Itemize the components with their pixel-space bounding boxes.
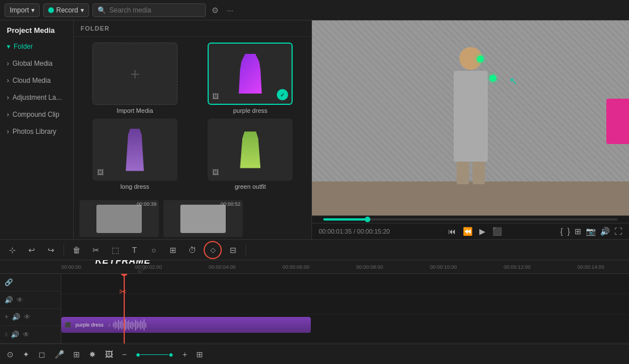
clip-label: purple dress bbox=[75, 322, 104, 328]
time-display: 00:00:01:35 / 00:00:15:20 bbox=[319, 228, 390, 235]
import-button[interactable]: Import ▾ bbox=[5, 3, 40, 17]
mic-effect-btn[interactable]: 🎤 bbox=[52, 348, 66, 361]
tick-0: 00:00:00 bbox=[61, 264, 135, 270]
filter-icon[interactable]: ⚙ bbox=[209, 3, 221, 17]
sidebar-item-cloud[interactable]: › Cloud Media bbox=[0, 72, 73, 89]
stop-button[interactable]: ⬛ bbox=[492, 227, 502, 236]
green-outfit-thumb[interactable]: 🖼 bbox=[208, 118, 293, 181]
speed-button[interactable]: ⏱ bbox=[184, 242, 200, 258]
green-image-icon: 🖼 bbox=[212, 168, 219, 176]
plus-btn[interactable]: + bbox=[180, 348, 189, 361]
main-layout: Project Media ▾ Folder › Global Media › … bbox=[0, 20, 629, 239]
search-bar[interactable]: 🔍 bbox=[92, 3, 206, 17]
sidebar-item-photos[interactable]: › Photos Library bbox=[0, 123, 73, 140]
progress-thumb[interactable] bbox=[365, 217, 370, 222]
sidebar-item-global[interactable]: › Global Media bbox=[0, 55, 73, 72]
overlay-button[interactable]: ⊞ bbox=[165, 242, 181, 258]
import-media-item[interactable]: ＋ Import Media bbox=[79, 43, 191, 114]
wb-8 bbox=[125, 319, 126, 331]
clip-audio-icon: ♪ bbox=[108, 322, 111, 328]
cut-button[interactable]: ✂ bbox=[88, 242, 104, 258]
search-icon: 🔍 bbox=[98, 6, 106, 14]
scissors-icon: ✂ bbox=[119, 286, 126, 297]
sparkle-effect-btn[interactable]: ✸ bbox=[87, 348, 98, 361]
search-input[interactable] bbox=[109, 6, 201, 14]
media-grid: ＋ Import Media 🖼 ✓ purple dress 🖼 bbox=[74, 37, 311, 196]
import-label: Import bbox=[10, 6, 29, 14]
timeline-content: KEYFRAME ↙ 00:00:00 00:00:02:00 00:00:04… bbox=[0, 260, 629, 344]
sidebar-header: Project Media bbox=[0, 20, 73, 38]
fullscreen-icon[interactable]: ⛶ bbox=[614, 227, 622, 236]
circle-effect-btn[interactable]: ⊙ bbox=[5, 348, 16, 361]
speaker3-icon: 🔊 bbox=[11, 331, 19, 338]
long-dress-item[interactable]: 🖼 long dress bbox=[79, 118, 191, 190]
strip-item-1[interactable]: 00:00:39 bbox=[79, 200, 159, 237]
check-badge-icon: ✓ bbox=[277, 89, 288, 100]
redo-button[interactable]: ↪ bbox=[43, 242, 59, 258]
grid-effect-btn[interactable]: ⊞ bbox=[71, 348, 82, 361]
sidebar-item-photos-label: Photos Library bbox=[12, 128, 56, 136]
image-effect-btn[interactable]: 🖼 bbox=[103, 348, 115, 361]
snapshot-icon[interactable]: 📷 bbox=[586, 227, 596, 236]
wb-13 bbox=[133, 323, 134, 327]
sidebar-item-adjustment[interactable]: › Adjustment La... bbox=[0, 89, 73, 106]
shape-effect-btn[interactable]: ◻ bbox=[36, 348, 48, 361]
progress-bar[interactable] bbox=[323, 218, 618, 221]
purple-dress-thumb[interactable]: 🖼 ✓ bbox=[208, 43, 293, 105]
record-button[interactable]: Record ▾ bbox=[43, 3, 89, 17]
fit-icon[interactable]: ⊞ bbox=[575, 227, 581, 236]
tick-7: 00:00:14:00 bbox=[577, 264, 629, 270]
wb-14 bbox=[135, 320, 136, 331]
purple-dress-item[interactable]: 🖼 ✓ purple dress bbox=[195, 43, 306, 114]
track-row-2 bbox=[61, 294, 629, 315]
undo-button[interactable]: ↩ bbox=[24, 242, 40, 258]
select-tool[interactable]: ⊹ bbox=[5, 242, 20, 258]
step-back-button[interactable]: ⏪ bbox=[463, 227, 472, 236]
minus-btn[interactable]: − bbox=[120, 348, 129, 361]
sidebar-item-adjustment-label: Adjustment La... bbox=[12, 94, 62, 101]
prev-frame-button[interactable]: ⏮ bbox=[448, 227, 456, 236]
video-background: ↖ bbox=[312, 20, 629, 215]
shape-button[interactable]: ○ bbox=[146, 242, 162, 258]
long-image-icon: 🖼 bbox=[97, 168, 104, 176]
volume-icon[interactable]: 🔊 bbox=[600, 227, 610, 236]
tracks-area: ✂ ⬛ purple dress ♪ bbox=[61, 274, 629, 344]
effect-tools: ⊙ ✦ ◻ 🎤 ⊞ ✸ 🖼 − ●─────● + ⊞ bbox=[0, 344, 629, 364]
video-clip[interactable]: ⬛ purple dress ♪ bbox=[61, 317, 311, 333]
layout-btn[interactable]: ⊞ bbox=[194, 348, 205, 361]
playhead[interactable] bbox=[124, 274, 125, 344]
keyframe-button[interactable]: ◇ bbox=[204, 241, 222, 259]
cursor-icon: ↖ bbox=[509, 75, 518, 87]
crop-button[interactable]: ⬚ bbox=[107, 242, 123, 258]
delete-button[interactable]: 🗑 bbox=[69, 242, 85, 258]
add-track-icon[interactable]: + bbox=[5, 313, 9, 321]
bracket-left-icon[interactable]: { bbox=[560, 227, 563, 236]
wb-1 bbox=[113, 323, 114, 327]
bracket-right-icon[interactable]: } bbox=[567, 227, 570, 236]
more-icon[interactable]: ··· bbox=[225, 3, 236, 17]
text-button[interactable]: T bbox=[126, 242, 142, 258]
preview-area: ↖ 00:00:01:35 / 00:00:15:20 ⏮ ⏪ ▶ ⬛ bbox=[312, 20, 629, 239]
eye3-icon: 👁 bbox=[23, 331, 29, 338]
speaker-icon: 🔊 bbox=[5, 296, 13, 304]
track-label-audio: 🔊 👁 bbox=[0, 291, 61, 309]
sidebar-item-compound-label: Compound Clip bbox=[12, 111, 60, 118]
zoom-slider[interactable]: ●─────● bbox=[133, 348, 176, 361]
sidebar-item-folder[interactable]: ▾ Folder bbox=[0, 38, 73, 55]
import-thumb[interactable]: ＋ bbox=[92, 43, 178, 105]
green-outfit-item[interactable]: 🖼 green outfit bbox=[195, 118, 306, 190]
wb-4 bbox=[118, 320, 119, 330]
wb-18 bbox=[142, 321, 143, 328]
star-effect-btn[interactable]: ✦ bbox=[20, 348, 32, 361]
play-button[interactable]: ▶ bbox=[479, 227, 486, 236]
eye2-icon: 👁 bbox=[24, 313, 31, 321]
strip-item-2[interactable]: 00:00:52 bbox=[163, 200, 243, 237]
tick-6: 00:00:12:00 bbox=[504, 264, 577, 270]
media-panel: FOLDER ＋ Import Media 🖼 ✓ purple dress bbox=[74, 20, 312, 239]
long-dress-thumb[interactable]: 🖼 bbox=[92, 118, 178, 181]
record-label: Record bbox=[56, 6, 78, 14]
green-outfit-label: green outfit bbox=[235, 183, 266, 190]
sidebar-item-compound[interactable]: › Compound Clip bbox=[0, 106, 73, 123]
preview-controls: 00:00:01:35 / 00:00:15:20 ⏮ ⏪ ▶ ⬛ { } ⊞ … bbox=[312, 223, 629, 239]
split-button[interactable]: ⊟ bbox=[225, 242, 241, 258]
